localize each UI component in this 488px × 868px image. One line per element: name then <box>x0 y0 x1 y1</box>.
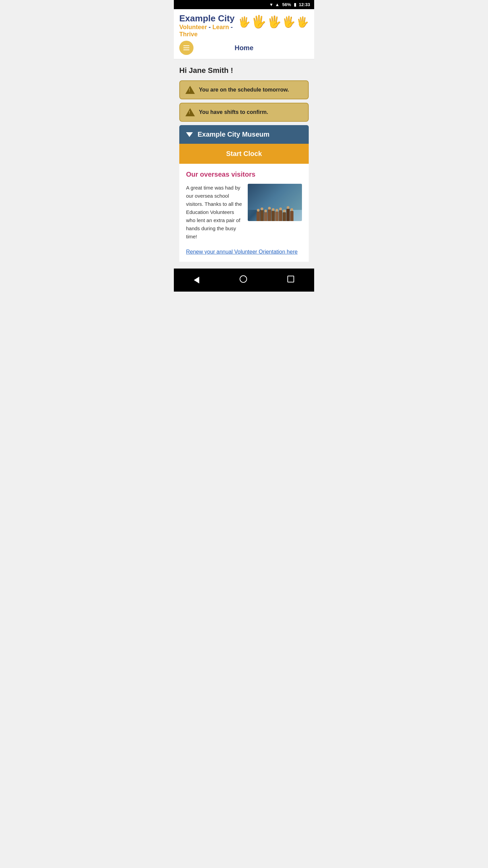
recent-icon <box>287 276 294 282</box>
status-bar: ▾ ▲ 56% ▮ 12:33 <box>174 0 314 9</box>
back-button[interactable] <box>186 274 207 286</box>
hand-blue-2: 🖐 <box>282 15 296 28</box>
bottom-nav <box>174 269 314 292</box>
alert-shifts[interactable]: You have shifts to confirm. <box>179 103 309 122</box>
card-title: Our overseas visitors <box>186 171 302 178</box>
back-icon <box>194 277 199 283</box>
nav-bar: Home <box>174 38 314 59</box>
home-icon <box>240 275 247 283</box>
card-body: A great time was had by our oversea scho… <box>186 184 302 241</box>
nav-title: Home <box>194 44 309 52</box>
warning-icon-2 <box>185 108 195 116</box>
tagline: Volunteer - Learn - Thrive <box>179 24 238 38</box>
menu-button[interactable] <box>179 41 194 55</box>
tagline-learn: Learn <box>212 24 229 31</box>
home-button[interactable] <box>231 273 255 288</box>
photo-people <box>248 195 302 221</box>
hand-blue-1: 🖐 <box>251 15 266 29</box>
organization-header[interactable]: Example City Museum <box>179 125 309 144</box>
hamburger-icon <box>183 45 189 50</box>
signal-icon: ▲ <box>275 2 280 7</box>
battery-icon: ▮ <box>294 2 296 7</box>
hand-yellow-1: 🖐 <box>238 16 250 28</box>
wifi-icon: ▾ <box>270 2 272 7</box>
news-card: Our overseas visitors A great time was h… <box>179 164 309 262</box>
tagline-thrive: Thrive <box>179 31 198 38</box>
tagline-sep2: - <box>229 24 233 31</box>
alert-schedule[interactable]: You are on the schedule tomorrow. <box>179 80 309 99</box>
hand-yellow-2: 🖐 <box>267 15 281 28</box>
main-content: Hi Jane Smith ! You are on the schedule … <box>174 59 314 269</box>
app-header: Example City Volunteer - Learn - Thrive … <box>174 9 314 38</box>
hand-yellow-3: 🖐 <box>296 16 309 28</box>
card-image <box>248 184 302 221</box>
chevron-down-icon <box>186 132 193 137</box>
app-name: Example City <box>179 13 238 24</box>
photo-simulation <box>248 184 302 221</box>
warning-icon-1 <box>185 86 195 94</box>
orientation-link[interactable]: Renew your annual Volunteer Orientation … <box>186 249 302 255</box>
clock: 12:33 <box>299 2 310 7</box>
hands-logo: 🖐 🖐 🖐 🖐 🖐 <box>238 13 309 29</box>
start-clock-button[interactable]: Start Clock <box>179 144 309 164</box>
recent-button[interactable] <box>279 273 302 287</box>
battery-percent: 56% <box>282 2 291 7</box>
app-title-block: Example City Volunteer - Learn - Thrive <box>179 13 238 38</box>
card-text: A great time was had by our oversea scho… <box>186 184 242 241</box>
greeting: Hi Jane Smith ! <box>179 66 309 75</box>
org-name: Example City Museum <box>198 131 269 138</box>
tagline-sep1: - <box>207 24 212 31</box>
tagline-volunteer: Volunteer <box>179 24 207 31</box>
alert-shifts-text: You have shifts to confirm. <box>199 109 268 115</box>
alert-schedule-text: You are on the schedule tomorrow. <box>199 87 289 93</box>
